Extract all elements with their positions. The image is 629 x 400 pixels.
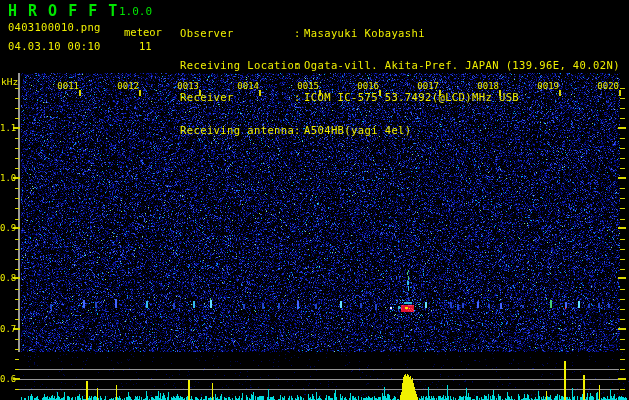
datetime-label: 04.03.10 00:10 (8, 40, 101, 52)
info-row-receiver: Receiver:ICOM IC-575 53.7492(@LCD)MHz US… (180, 92, 620, 103)
freq-tick-label: 1.0 (0, 173, 15, 183)
time-tick-label: 0013 (173, 81, 199, 91)
info-value: A504HB(yagi 4el) (304, 124, 412, 136)
info-row-location: Receiving Location:Ogata-vill. Akita-Pre… (180, 60, 620, 71)
meteor-count-label: 11 (139, 40, 152, 52)
info-row-observer: Observer:Masayuki Kobayashi (180, 28, 620, 39)
info-label: Observer (180, 28, 294, 39)
freq-tick-label: 0.8 (0, 273, 15, 283)
time-tick-label: 0015 (293, 81, 319, 91)
mode-label: meteor (124, 26, 162, 38)
time-tick-label: 0020 (593, 81, 619, 91)
time-tick-label: 0016 (353, 81, 379, 91)
info-label: Receiving Location (180, 60, 294, 71)
time-tick-label: 0012 (113, 81, 139, 91)
freq-tick-label: 0.6 (0, 374, 15, 384)
info-value: ICOM IC-575 53.7492(@LCD)MHz USB (304, 91, 519, 103)
time-tick-label: 0014 (233, 81, 259, 91)
info-colon: : (294, 125, 304, 136)
info-label: Receiving antenna (180, 125, 294, 136)
info-value: Ogata-vill. Akita-Pref. JAPAN (139.96E, … (304, 59, 620, 71)
app-title: H R O F F T (8, 2, 118, 20)
freq-tick-label: 0.9 (0, 223, 15, 233)
time-tick-label: 0017 (413, 81, 439, 91)
info-row-antenna: Receiving antenna:A504HB(yagi 4el) (180, 125, 620, 136)
info-label: Receiver (180, 92, 294, 103)
time-tick-label: 0019 (533, 81, 559, 91)
time-tick-label: 0018 (473, 81, 499, 91)
version-label: 1.0.0 (119, 5, 152, 18)
filename-label: 0403100010.png (8, 21, 101, 33)
freq-tick-label: 0.7 (0, 324, 15, 334)
freq-unit-label: kHz (1, 76, 18, 87)
info-colon: : (294, 60, 304, 71)
info-colon: : (294, 92, 304, 103)
info-value: Masayuki Kobayashi (304, 27, 425, 39)
info-colon: : (294, 28, 304, 39)
freq-tick-label: 1.1 (0, 123, 15, 133)
time-tick-label: 0011 (53, 81, 79, 91)
hrofft-window: H R O F F T 1.0.0 0403100010.png meteor … (0, 0, 629, 400)
